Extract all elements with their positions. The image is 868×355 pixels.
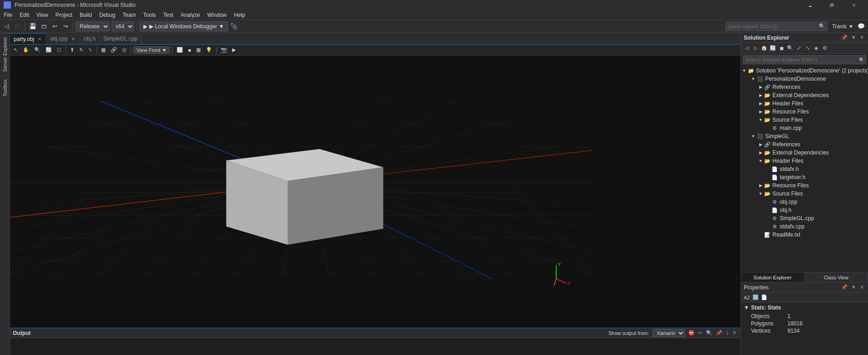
undo-button[interactable]: ↩ (50, 21, 60, 31)
tree-expand-icon[interactable] (765, 125, 771, 131)
save-button[interactable]: 💾 (28, 21, 38, 31)
tree-expand-icon[interactable]: ▼ (750, 133, 756, 139)
menu-item-help[interactable]: Help (230, 10, 249, 20)
server-explorer-tab[interactable]: Server Explorer (1, 33, 9, 75)
se-arrow-icon[interactable]: ▼ (850, 34, 858, 41)
output-wrap-icon[interactable]: ↵ (697, 329, 704, 336)
se-search-input[interactable] (743, 57, 858, 62)
tree-expand-icon[interactable]: ▶ (757, 108, 764, 115)
tree-item[interactable]: ▶📂External Dependencies (741, 149, 868, 157)
tab-party-obj[interactable]: party.obj✕ (10, 33, 46, 44)
tab-obj-cpp[interactable]: obj.cpp✕ (46, 33, 80, 44)
tree-expand-icon[interactable]: ▼ (757, 190, 764, 197)
tree-item[interactable]: 📄obj.h (741, 206, 868, 214)
tree-item[interactable]: ▼📂Source Files (741, 116, 868, 124)
feedback-icon[interactable]: 💬 (856, 21, 866, 31)
props-arrow-icon[interactable]: ▼ (850, 284, 858, 291)
menu-item-edit[interactable]: Edit (16, 10, 33, 20)
props-collapse-icon[interactable]: ▼ (744, 304, 749, 311)
tree-item[interactable]: 📝ReadMe.txt (741, 231, 868, 239)
tree-item[interactable]: ▶📂External Dependencies (741, 91, 868, 99)
props-pin-icon[interactable]: 📌 (840, 284, 849, 291)
menu-item-view[interactable]: View (33, 10, 52, 20)
forward-button[interactable]: ▷ (13, 21, 23, 31)
menu-item-file[interactable]: File (0, 10, 16, 20)
tree-item[interactable]: ⚙SimpleGL.cpp (741, 214, 868, 222)
tree-expand-icon[interactable]: ▼ (750, 76, 756, 82)
tree-item[interactable]: ▶📂Resource Files (741, 181, 868, 190)
se-pin-icon[interactable]: 📌 (840, 34, 849, 41)
tab-close-icon[interactable]: ✕ (71, 36, 76, 42)
se-refresh-btn[interactable]: 🔄 (769, 44, 777, 52)
tab-obj-h[interactable]: obj.h (80, 33, 100, 44)
vp-tex-icon[interactable]: ▦ (194, 46, 203, 53)
tree-expand-icon[interactable] (765, 223, 771, 230)
tree-item[interactable]: ▼⬛SimpleGL (741, 132, 868, 140)
tab-SimpleGL-cpp[interactable]: SimpleGL.cpp (100, 33, 142, 44)
tree-expand-icon[interactable]: ▼ (741, 67, 747, 74)
tab-solution-explorer[interactable]: Solution Explorer (741, 273, 805, 282)
output-close-icon[interactable]: ✕ (731, 329, 738, 336)
vp-pan-icon[interactable]: ✋ (21, 46, 31, 53)
tab-close-icon[interactable]: ✕ (37, 36, 42, 42)
tree-item[interactable]: ▶🔗References (741, 140, 868, 149)
vp-move-icon[interactable]: ⬆ (68, 46, 76, 53)
menu-item-window[interactable]: Window (203, 10, 230, 20)
view-front-button[interactable]: View Front ▼ (133, 46, 170, 54)
vp-zoom-icon[interactable]: 🔍 (32, 46, 42, 53)
se-close-icon[interactable]: ✕ (858, 34, 865, 41)
minimize-button[interactable]: 🗕 (800, 0, 821, 10)
props-page-icon[interactable]: 📄 (760, 293, 768, 302)
se-forward-btn[interactable]: ▷ (751, 44, 760, 52)
menu-item-team[interactable]: Team (119, 10, 139, 20)
vp-rotate-icon[interactable]: 🔄 (44, 46, 54, 53)
tree-expand-icon[interactable] (765, 199, 771, 205)
menu-item-test[interactable]: Test (160, 10, 177, 20)
tree-item[interactable]: ▼⬛PersonalizedDemoscene (741, 75, 868, 83)
save-all-button[interactable]: 🗃 (39, 21, 49, 31)
tree-item[interactable]: ▼📂Header Files (741, 157, 868, 165)
props-sort-icon[interactable]: AZ (743, 293, 751, 302)
tree-expand-icon[interactable]: ▶ (757, 92, 764, 98)
tree-item[interactable]: ▶🔗References (741, 83, 868, 91)
tree-expand-icon[interactable]: ▶ (757, 182, 764, 189)
se-settings-btn[interactable]: ⚙ (821, 44, 829, 52)
tree-item[interactable]: ▶📂Header Files (741, 99, 868, 108)
se-collapse-btn[interactable]: ⤢ (795, 44, 803, 52)
tree-expand-icon[interactable] (765, 174, 771, 180)
tree-expand-icon[interactable] (765, 215, 771, 221)
toolbox-tab[interactable]: Toolbox (1, 75, 9, 100)
tree-expand-icon[interactable]: ▶ (757, 84, 764, 90)
tree-expand-icon[interactable]: ▶ (757, 149, 764, 156)
debug-button[interactable]: ▶ ▶ Local Windows Debugger ▼ (139, 21, 228, 31)
se-back-btn[interactable]: ◁ (743, 44, 751, 52)
output-dock-icon[interactable]: ⤵ (725, 329, 730, 336)
vp-play-icon[interactable]: ▶ (230, 46, 238, 53)
se-expand-btn[interactable]: ⤡ (803, 44, 812, 52)
tree-item[interactable]: ⚙main.cpp (741, 124, 868, 132)
tree-item[interactable]: ▼📂Source Files (741, 190, 868, 198)
tree-expand-icon[interactable]: ▼ (757, 158, 764, 164)
menu-item-tools[interactable]: Tools (140, 10, 160, 20)
props-close-icon[interactable]: ✕ (858, 284, 865, 291)
tree-item[interactable]: ⚙obj.cpp (741, 198, 868, 206)
vp-grid-icon[interactable]: ▦ (99, 46, 107, 53)
quick-launch-input[interactable] (726, 24, 817, 29)
tree-expand-icon[interactable] (765, 166, 771, 172)
tree-item[interactable]: ▼📁Solution 'PersonalizedDemoscene' (2 pr… (741, 67, 868, 75)
vp-select-icon[interactable]: ↖ (12, 46, 20, 53)
menu-item-debug[interactable]: Debug (96, 10, 119, 20)
restore-button[interactable]: 🗗 (822, 0, 843, 10)
props-sort2-icon[interactable]: 🔢 (751, 293, 760, 302)
tree-expand-icon[interactable] (757, 232, 764, 238)
menu-item-analyze[interactable]: Analyze (177, 10, 204, 20)
vp-center-icon[interactable]: ◎ (120, 46, 128, 53)
back-button[interactable]: ◁ (2, 21, 12, 31)
tree-item[interactable]: ⚙stdafx.cpp (741, 222, 868, 231)
menu-item-project[interactable]: Project (52, 10, 76, 20)
vp-light-icon[interactable]: 💡 (204, 46, 214, 53)
tree-expand-icon[interactable] (765, 207, 771, 213)
close-button[interactable]: ✕ (843, 0, 864, 10)
menu-item-build[interactable]: Build (76, 10, 96, 20)
user-icon[interactable]: ▼ (848, 24, 853, 29)
